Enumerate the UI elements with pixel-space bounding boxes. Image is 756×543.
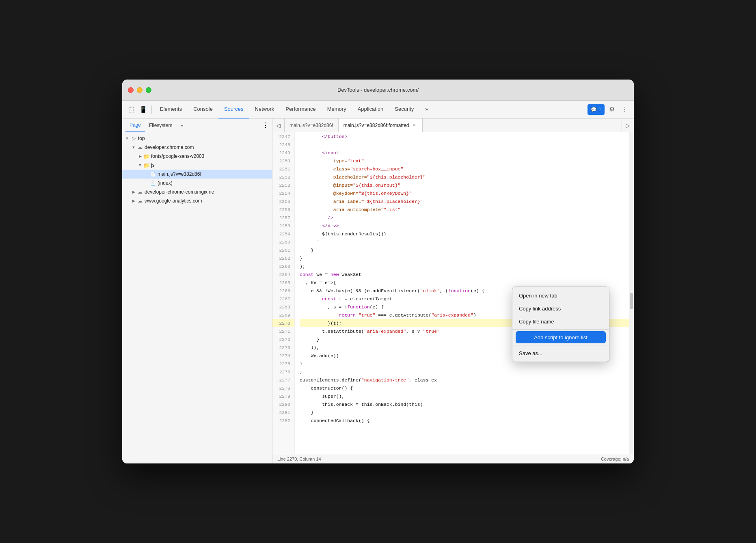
sidebar-tab-more[interactable]: »: [176, 119, 187, 132]
context-menu: Open in new tab Copy link address Copy f…: [512, 287, 609, 362]
line-num-2276: 2276: [272, 368, 294, 376]
line-num-2266: 2266: [272, 287, 294, 295]
tree-item-mainjs[interactable]: ▶ 📄 main.js?v=e382d86f: [122, 170, 272, 179]
cursor-position: Line 2270, Column 14: [277, 457, 321, 461]
code-2281: }: [300, 408, 634, 416]
tree-item-analytics[interactable]: ▶ ☁ www.google-analytics.com: [122, 196, 272, 205]
line-num-2257: 2257: [272, 213, 294, 222]
line-num-2280: 2280: [272, 400, 294, 408]
code-2282: connectedCallback() {: [300, 416, 634, 424]
tree-item-imgix[interactable]: ▶ ☁ developer-chrome-com.imgix.ne: [122, 187, 272, 196]
tab-network[interactable]: Network: [249, 101, 280, 119]
ctx-copy-link[interactable]: Copy link address: [512, 302, 609, 315]
line-num-2269: 2269: [272, 311, 294, 319]
tree-label-fonts: fonts/google-sans-v2003: [151, 153, 204, 159]
tree-item-top[interactable]: ▼ ▷ top: [122, 134, 272, 143]
tree-item-js[interactable]: ▼ 📁 js: [122, 161, 272, 170]
line-num-2275: 2275: [272, 360, 294, 368]
line-num-2265: 2265: [272, 278, 294, 287]
tab-more[interactable]: »: [419, 101, 434, 119]
line-num-2255: 2255: [272, 197, 294, 205]
line-num-2273: 2273: [272, 343, 294, 351]
tree-item-index[interactable]: ▶ 📃 (index): [122, 179, 272, 187]
line-num-2268: 2268: [272, 303, 294, 311]
message-icon: 💬: [591, 107, 597, 112]
line-num-2247: 2247: [272, 132, 294, 140]
line-num-2277: 2277: [272, 376, 294, 384]
line-num-2267: 2267: [272, 295, 294, 303]
message-badge-button[interactable]: 💬 1: [588, 104, 605, 115]
editor-tab-mainjs[interactable]: main.js?v=e382d86f: [285, 119, 339, 132]
tree-arrow-chrome-com: ▼: [130, 144, 137, 151]
tree-arrow-analytics: ▶: [130, 198, 137, 204]
sidebar-menu-icon[interactable]: ⋮: [262, 121, 269, 129]
code-2278: constructor() {: [300, 384, 634, 392]
sidebar-tab-page[interactable]: Page: [125, 119, 145, 132]
editor-tab-label-formatted: main.js?v=e382d86f:formatted: [343, 123, 409, 128]
tree-item-fonts[interactable]: ▶ 📁 fonts/google-sans-v2003: [122, 152, 272, 161]
more-options-icon[interactable]: ⋮: [619, 104, 631, 115]
tab-elements[interactable]: Elements: [154, 101, 188, 119]
device-icon[interactable]: 📱: [138, 104, 149, 115]
code-2248: [300, 140, 634, 149]
code-2250: type="text": [300, 157, 634, 165]
line-num-2262: 2262: [272, 254, 294, 262]
line-num-2249: 2249: [272, 149, 294, 157]
devtools-window: DevTools - developer.chrome.com/ ⬚ 📱 Ele…: [122, 80, 634, 463]
scrollbar-track[interactable]: [629, 132, 634, 454]
tab-memory[interactable]: Memory: [322, 101, 352, 119]
code-2262: }: [300, 254, 634, 262]
inspect-icon[interactable]: ⬚: [125, 104, 137, 115]
close-tab-icon[interactable]: ✕: [412, 123, 417, 128]
line-num-2254: 2254: [272, 189, 294, 197]
ctx-open-new-tab[interactable]: Open in new tab: [512, 289, 609, 302]
minimize-button[interactable]: [137, 87, 143, 93]
coverage-status: Coverage: n/a: [601, 457, 629, 461]
sidebar-tab-filesystem[interactable]: Filesystem: [145, 119, 176, 132]
editor-tab-formatted[interactable]: main.js?v=e382d86f:formatted ✕: [339, 119, 423, 132]
ctx-save-as[interactable]: Save as...: [512, 347, 609, 360]
cloud-icon-imgix: ☁: [137, 189, 143, 195]
code-2247: </button>: [300, 132, 634, 140]
ctx-separator-2: [512, 345, 609, 345]
code-2259: ${this.renderResults()}: [300, 230, 634, 238]
tab-security[interactable]: Security: [389, 101, 419, 119]
cloud-icon-chrome-com: ☁: [137, 144, 143, 151]
line-num-2271: 2271: [272, 327, 294, 335]
editor-back-icon[interactable]: ◁: [272, 119, 285, 132]
scrollbar-thumb[interactable]: [630, 293, 633, 309]
line-num-2260: 2260: [272, 238, 294, 246]
tree-arrow-imgix: ▶: [130, 189, 137, 195]
code-2260: `: [300, 238, 634, 246]
badge-count: 1: [598, 107, 601, 112]
tree-item-chrome-com[interactable]: ▼ ☁ developer.chrome.com: [122, 143, 272, 152]
tab-performance[interactable]: Performance: [280, 101, 321, 119]
file-tree: ▼ ▷ top ▼ ☁ developer.chrome.com ▶ 📁: [122, 132, 272, 463]
ctx-add-ignore-list[interactable]: Add script to ignore list: [516, 331, 606, 343]
sidebar-tab-bar: Page Filesystem » ⋮: [122, 119, 272, 132]
code-2255: aria-label="${this.placeholder}": [300, 197, 634, 205]
cloud-icon-analytics: ☁: [137, 198, 143, 204]
traffic-lights: [128, 87, 151, 93]
window-title: DevTools - developer.chrome.com/: [337, 87, 419, 93]
tab-console[interactable]: Console: [188, 101, 218, 119]
fullscreen-button[interactable]: [146, 87, 151, 93]
line-num-2274: 2274: [272, 351, 294, 360]
tree-label-mainjs: main.js?v=e382d86f: [158, 171, 201, 177]
settings-icon[interactable]: ⚙: [606, 104, 618, 115]
line-num-2252: 2252: [272, 173, 294, 181]
line-num-2278: 2278: [272, 384, 294, 392]
ctx-separator: [512, 329, 609, 330]
ctx-copy-filename[interactable]: Copy file name: [512, 315, 609, 328]
tree-label-top: top: [138, 136, 145, 141]
tab-sources[interactable]: Sources: [218, 101, 249, 119]
line-num-2258: 2258: [272, 222, 294, 230]
code-editor[interactable]: 2247 2248 2249 2250 2251 2252 2253 2254 …: [272, 132, 634, 454]
editor-collapse-icon[interactable]: ▷: [622, 119, 634, 132]
tree-label-chrome-com: developer.chrome.com: [145, 144, 194, 150]
tab-application[interactable]: Application: [352, 101, 389, 119]
line-num-2263: 2263: [272, 262, 294, 270]
close-button[interactable]: [128, 87, 134, 93]
line-num-2253: 2253: [272, 181, 294, 189]
folder-icon-js: 📁: [143, 162, 150, 168]
